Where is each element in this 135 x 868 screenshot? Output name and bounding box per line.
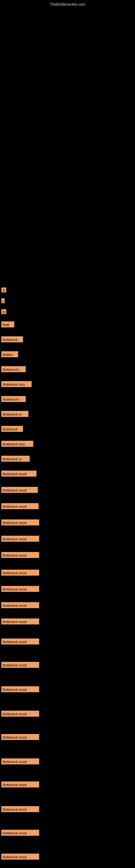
bottleneck-result-label: Bottleneck result <box>1 552 39 558</box>
bottleneck-result-label: B <box>1 309 6 314</box>
bottleneck-result-label: Bottleneck r <box>1 366 26 372</box>
bottleneck-result-label: Bottleneck result <box>1 586 39 592</box>
site-title: TheBottlenecker.com <box>50 2 85 6</box>
bottleneck-result-label: Bottleneck result <box>1 854 39 860</box>
bottleneck-result-label: Bottleneck resu <box>1 381 32 387</box>
bottleneck-result-label: Bottleneck result <box>1 503 39 509</box>
bottleneck-result-label: | <box>1 299 5 303</box>
bottleneck-result-label: Bottleneck resu <box>1 441 33 447</box>
bottleneck-result-label: Bottleneck result <box>1 536 39 542</box>
bottleneck-result-label: Bottleneck result <box>1 734 39 740</box>
bottleneck-result-label: Bottleneck re <box>1 411 28 417</box>
bottleneck-result-label: Bottleneck result <box>1 830 39 836</box>
bottleneck-result-label: Bottleneck result <box>1 711 39 717</box>
bottleneck-result-label: Bottleneck result <box>1 618 39 624</box>
bottleneck-result-label: Bottleneck <box>1 426 23 432</box>
bottleneck-result-label: Bottleneck result <box>1 686 39 692</box>
bottleneck-result-label: Bottleneck <box>1 336 23 342</box>
bottleneck-result-label: Bottl <box>1 321 14 328</box>
bottleneck-result-label: Bottleneck re <box>1 456 30 462</box>
bottleneck-result-label: Bottlen <box>1 351 18 357</box>
bottleneck-result-label: Bottleneck result <box>1 471 37 476</box>
bottleneck-result-label: Bottleneck result <box>1 758 39 764</box>
bottleneck-result-label: B <box>1 287 6 292</box>
bottleneck-result-label: Bottleneck r <box>1 396 26 402</box>
bottleneck-result-label: Bottleneck result <box>1 639 39 645</box>
bottleneck-result-label: Bottleneck result <box>1 569 39 576</box>
bottleneck-result-label: Bottleneck result <box>1 781 39 787</box>
bottleneck-result-label: Bottleneck result <box>1 806 39 812</box>
bottleneck-result-label: Bottleneck result <box>1 662 39 668</box>
bottleneck-result-label: Bottleneck result <box>1 487 38 493</box>
bottleneck-result-label: Bottleneck result <box>1 602 39 608</box>
bottleneck-result-label: Bottleneck result <box>1 520 39 525</box>
